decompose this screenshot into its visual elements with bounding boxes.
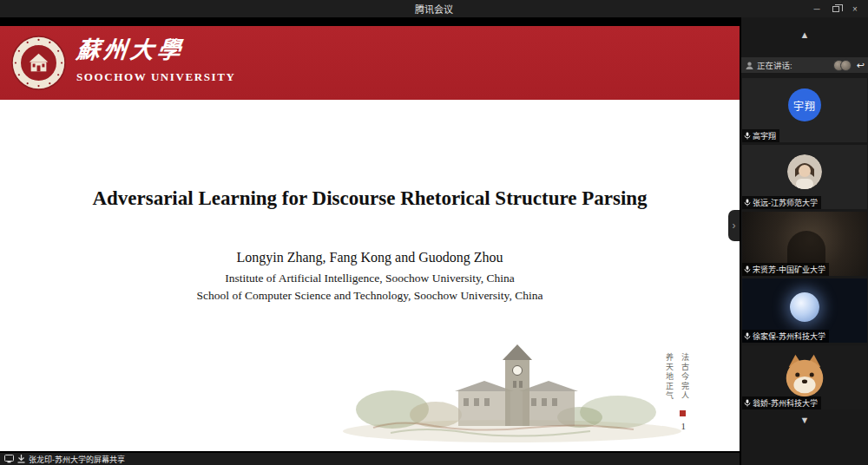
reply-arrow-icon[interactable]: ↩: [857, 60, 865, 71]
shared-screen-area: 蘇州大學 SOOCHOW UNIVERSITY Adversarial Lear…: [0, 17, 740, 465]
avatar-initials: 宇翔: [788, 88, 821, 121]
participants-sidebar: ▲ 正在讲话: ↩ 宇翔 高宇翔: [740, 17, 868, 465]
screen-share-label: 张龙印-苏州大学的屏幕共享: [29, 454, 125, 465]
slide-header-banner: 蘇州大學 SOOCHOW UNIVERSITY: [0, 26, 740, 100]
participant-tile-list: 宇翔 高宇翔: [742, 78, 867, 409]
participant-name: 徐家保-苏州科技大学: [753, 331, 825, 342]
participant-tile[interactable]: 徐家保-苏州科技大学: [742, 278, 867, 343]
speaking-avatars: [833, 60, 852, 71]
mic-icon: [744, 399, 751, 407]
participant-name: 翁娇-苏州科技大学: [753, 397, 818, 409]
slide-authors: Longyin Zhang, Fang Kong and Guodong Zho…: [0, 250, 740, 265]
participant-tile[interactable]: 宇翔 高宇翔: [742, 78, 867, 142]
window-titlebar: 腾讯会议 ─ ×: [0, 0, 868, 17]
campus-watercolor-illustration: 养天地正气 法古今完人: [339, 325, 703, 447]
speaker-person-icon: [745, 61, 754, 70]
scroll-up-button[interactable]: ▲: [741, 29, 868, 40]
participant-name-badge: 翁娇-苏州科技大学: [742, 396, 821, 409]
motto-line-right: 养天地正气: [664, 353, 675, 401]
participant-name: 张远-江苏师范大学: [753, 197, 818, 208]
restore-icon: [832, 6, 839, 12]
slide-affiliation-1: Institute of Artificial Intelligence, So…: [0, 272, 740, 285]
minimize-button[interactable]: ─: [807, 0, 826, 17]
slide-page-number: 1: [681, 421, 687, 431]
participant-name-badge: 高宇翔: [742, 129, 779, 142]
dog-photo-icon: [779, 350, 830, 401]
slide-title: Adversarial Learning for Discourse Rheto…: [0, 187, 740, 210]
window-controls: ─ ×: [807, 0, 865, 17]
motto-red-seal: [680, 410, 686, 416]
moon-avatar: [790, 292, 819, 322]
participant-tile[interactable]: 张远-江苏师范大学: [742, 145, 867, 209]
scroll-down-button[interactable]: ▼: [741, 415, 868, 425]
screen-share-statusbar: 张龙印-苏州大学的屏幕共享: [0, 453, 740, 465]
avatar-photo: [787, 154, 822, 189]
mic-icon: [744, 332, 751, 340]
university-seal-logo: [11, 36, 66, 90]
close-button[interactable]: ×: [845, 0, 865, 17]
participant-tile[interactable]: 宋贤芳-中国矿业大学: [742, 212, 867, 276]
presentation-slide: 蘇州大學 SOOCHOW UNIVERSITY Adversarial Lear…: [0, 26, 740, 451]
now-speaking-label: 正在讲话:: [757, 59, 792, 71]
scroll-down-icon: ▼: [800, 415, 810, 425]
participant-tile[interactable]: 翁娇-苏州科技大学: [742, 345, 867, 409]
minimize-icon: ─: [813, 4, 819, 14]
slide-affiliation-2: School of Computer Science and Technolog…: [0, 289, 740, 303]
dog-avatar: [779, 350, 830, 401]
mic-icon: [744, 199, 751, 206]
now-speaking-bar[interactable]: 正在讲话: ↩: [741, 57, 868, 73]
scroll-up-icon: ▲: [800, 29, 810, 40]
mic-icon: [744, 265, 751, 273]
motto-line-left: 法古今完人: [680, 353, 691, 401]
maximize-button[interactable]: [826, 0, 845, 17]
monitor-icon: [4, 455, 14, 463]
university-name-calligraphy: 蘇州大學: [75, 35, 237, 65]
person-photo-icon: [787, 154, 822, 189]
campus-building-drawing: [339, 325, 703, 447]
mic-icon: [744, 132, 751, 140]
sidebar-collapse-handle[interactable]: ›: [728, 210, 740, 241]
collapse-arrow-icon: ›: [733, 219, 736, 232]
close-icon: ×: [852, 4, 858, 14]
participant-name: 高宇翔: [753, 130, 776, 141]
university-logotype: 蘇州大學 SOOCHOW UNIVERSITY: [76, 35, 236, 84]
participant-name-badge: 张远-江苏师范大学: [742, 196, 821, 209]
university-name-english: SOOCHOW UNIVERSITY: [76, 70, 236, 84]
participant-name-badge: 徐家保-苏州科技大学: [742, 330, 829, 343]
download-arrow-icon: [17, 455, 25, 463]
window-title: 腾讯会议: [415, 2, 453, 16]
university-motto-calligraphy: 养天地正气 法古今完人: [664, 353, 691, 401]
participant-name: 宋贤芳-中国矿业大学: [753, 264, 825, 275]
participant-name-badge: 宋贤芳-中国矿业大学: [742, 263, 829, 276]
speaking-avatar: [840, 60, 852, 71]
tencent-meeting-window: 腾讯会议 ─ ×: [0, 0, 868, 465]
seal-icon: [11, 36, 66, 90]
